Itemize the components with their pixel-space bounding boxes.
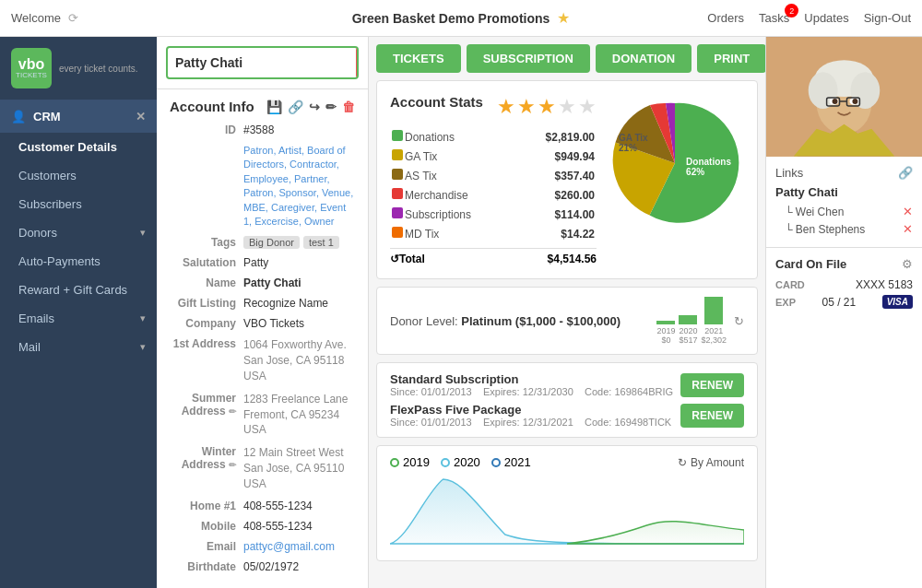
account-mobile: 408-555-1234 [243,520,355,533]
vbo-logo: vbo TICKETS [11,48,52,88]
account-id: #3588 [243,123,355,136]
avatar-image [766,37,922,157]
stats-left: Account Stats ★ ★ ★ ★ ★ Donations [390,94,597,265]
forward-icon[interactable]: ↪ [309,100,320,114]
sidebar-logo: vbo TICKETS every ticket counts. [0,37,157,100]
chart-toggle-2020[interactable]: 2020 [441,455,480,469]
stats-total-row: ↺ Total $4,514.56 [390,248,597,265]
refresh-total-icon[interactable]: ↺ [390,253,399,265]
search-input[interactable] [168,50,356,76]
sub-info-2: FlexPass Five Package Since: 01/01/2013 … [390,403,673,428]
sidebar-label: Customers [18,169,77,182]
stats-row-gatix: GA Tix $949.94 [392,147,595,165]
chevron-down-icon: ▾ [140,312,146,324]
chevron-down-icon: ▾ [140,341,146,353]
delete-icon[interactable]: 🗑 [342,100,355,114]
pie-label-donations: Donations62% [686,157,731,177]
updates-link[interactable]: Updates [804,11,848,25]
info-row-mobile: Mobile 408-555-1234 [170,520,355,533]
donor-mini-chart: 2019$0 2020$517 2021$2,302 [656,297,727,345]
subscriptions-card: Standard Subscription Since: 01/01/2013 … [376,362,758,438]
account-summer-address: 1283 Freelance LaneFremont, CA 95234USA [243,392,355,438]
chart-toggle-2019[interactable]: 2019 [390,455,430,469]
middle-panel: TICKETS SUBSCRIPTION DONATION PRINT ADD … [369,37,765,588]
renew-button-2[interactable]: RENEW [680,404,744,428]
by-amount-toggle[interactable]: ↻ By Amount [678,456,744,469]
close-icon[interactable]: ✕ [136,110,146,123]
sidebar: vbo TICKETS every ticket counts. 👤 CRM ✕… [0,37,157,588]
account-email: pattyc@gmail.com [243,540,355,553]
sidebar-item-emails[interactable]: Emails ▾ [0,304,157,333]
sidebar-item-customer-details[interactable]: Customer Details [0,133,157,161]
star-3: ★ [538,95,556,119]
card-number-value: XXXX 5183 [856,278,913,291]
renew-button-1[interactable]: RENEW [680,373,744,397]
sidebar-item-donors[interactable]: Donors ▾ [0,218,157,247]
star-5: ★ [578,95,597,119]
sidebar-item-customers[interactable]: Customers [0,161,157,190]
crm-section-header[interactable]: 👤 CRM ✕ [0,100,157,133]
star-favorite-icon[interactable]: ★ [557,9,570,27]
right-panel: Links 🔗 Patty Chati └ Wei Chen ✕ └ Ben S… [765,37,922,588]
edit-summer-icon[interactable]: ✏ [229,406,236,417]
chart-toggle-2021[interactable]: 2021 [491,455,531,469]
link-remove-ben-stephens[interactable]: ✕ [903,222,913,236]
link-label-ben-stephens: └ Ben Stephens [785,223,865,236]
info-row-home: Home #1 408-555-1234 [170,500,355,512]
gear-icon[interactable]: ⚙ [902,257,913,271]
sidebar-item-subscribers[interactable]: Subscribers [0,190,157,218]
info-row-address1: 1st Address 1064 Foxworthy Ave.San Jose,… [170,337,355,383]
donation-button[interactable]: DONATION [596,44,692,73]
link-chain-icon[interactable]: 🔗 [898,166,913,180]
astix-dot [392,169,403,180]
mdtix-dot [392,227,403,238]
toggle-dot-2019 [390,458,399,467]
sidebar-label: Mail [18,340,41,354]
sidebar-item-reward-gift-cards[interactable]: Reward + Gift Cards [0,276,157,304]
info-row-salutation: Salutation Patty [170,256,355,269]
sidebar-label: Emails [18,312,54,325]
info-row-winter: Winter Address ✏ 12 Main Street WestSan … [170,445,355,491]
orders-link[interactable]: Orders [707,11,744,25]
info-row-company: Company VBO Tickets [170,317,355,330]
signout-link[interactable]: Sign-Out [864,11,911,25]
sidebar-label: Reward + Gift Cards [18,283,127,297]
sidebar-item-mail[interactable]: Mail ▾ [0,333,157,361]
center-title: Green Basket Demo Promotions [352,11,550,26]
sidebar-label: Donors [18,226,57,240]
donor-level-card: Donor Level: Platinum ($1,000 - $100,000… [376,287,758,355]
link-remove-wei-chen[interactable]: ✕ [903,205,913,218]
edit-winter-icon[interactable]: ✏ [229,460,236,470]
sidebar-label: Subscribers [18,197,82,211]
links-section: Links 🔗 Patty Chati └ Wei Chen ✕ └ Ben S… [766,157,922,248]
tasks-link[interactable]: Tasks2 [759,11,789,25]
account-tags: Big Donor test 1 [243,236,339,249]
exp-label: EXP [775,297,796,308]
save-icon[interactable]: 💾 [266,100,282,114]
account-name: Patty Chati [243,276,355,289]
person-icon: 👤 [11,110,26,123]
pie-chart: GA Tix21% Donations62% [606,94,744,232]
print-button[interactable]: PRINT [697,44,765,73]
stats-row-donations: Donations $2,819.00 [392,128,595,146]
search-clear-button[interactable]: ✕ [356,48,359,77]
search-bar: ✕ [157,37,368,89]
refresh-donor-icon[interactable]: ↻ [734,314,744,328]
avatar-section [766,37,922,157]
stats-row-astix: AS Tix $357.40 [392,167,595,184]
sidebar-item-auto-payments[interactable]: Auto-Payments [0,247,157,276]
tag-big-donor: Big Donor [243,236,300,249]
account-home-phone: 408-555-1234 [243,500,355,512]
donations-dot [392,130,403,141]
link-item-wei-chen: └ Wei Chen ✕ [775,203,913,220]
card-header: Card On File ⚙ [775,257,913,271]
card-exp-row: EXP 05 / 21 VISA [775,295,913,309]
refresh-icon[interactable]: ⟳ [68,11,78,25]
subscription-button[interactable]: SUBSCRIPTION [467,44,590,73]
refresh-chart-icon: ↻ [678,456,687,469]
link-icon[interactable]: 🔗 [288,100,303,114]
card-on-file-title: Card On File [775,257,846,271]
tickets-button[interactable]: TICKETS [376,44,461,73]
edit-icon[interactable]: ✏ [325,100,337,114]
stats-row-mdtix: MD Tix $14.22 [392,225,595,242]
